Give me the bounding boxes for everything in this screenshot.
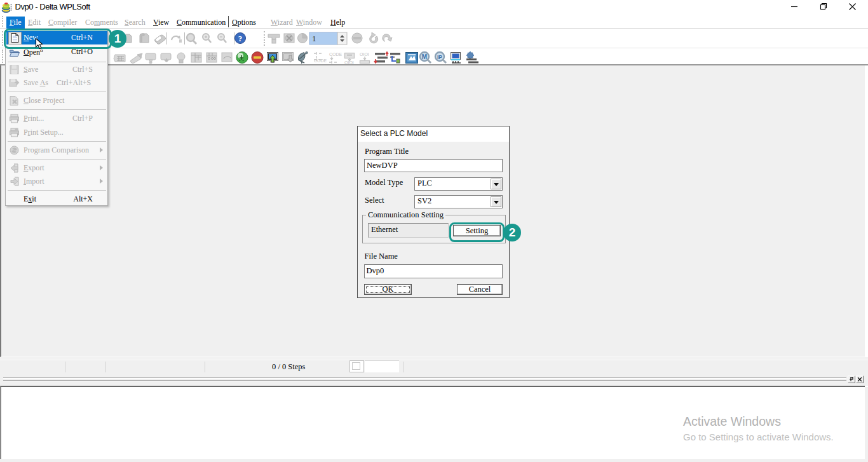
svg-text:1: 1 bbox=[312, 34, 316, 43]
svg-text:CODE: CODE bbox=[329, 52, 342, 57]
svg-text:OIOI: OIOI bbox=[360, 52, 369, 57]
svg-text:?: ? bbox=[238, 34, 243, 43]
svg-text:M: M bbox=[422, 53, 427, 60]
svg-text:IP: IP bbox=[437, 54, 442, 60]
svg-text:CODE: CODE bbox=[314, 58, 327, 63]
